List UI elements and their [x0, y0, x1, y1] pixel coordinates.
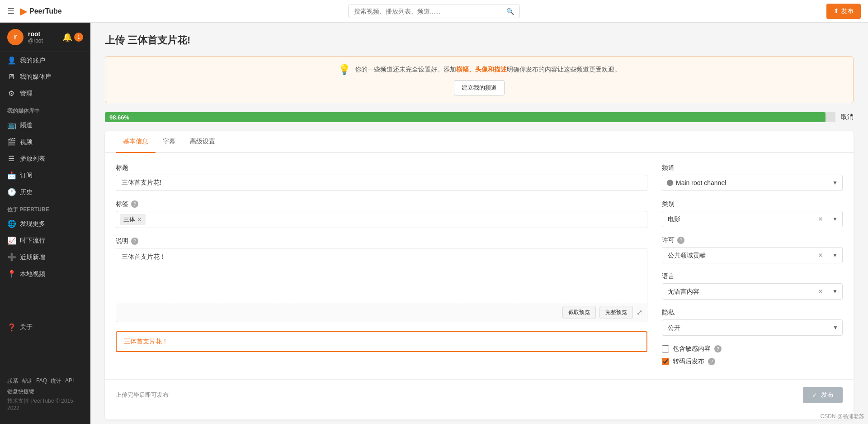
footer-link-contact[interactable]: 联系: [7, 377, 18, 385]
sidebar-user: r root @root 🔔 1: [0, 23, 90, 52]
sidebar-item-label: 时下流行: [20, 237, 45, 245]
main-layout: r root @root 🔔 1 👤 我的账户 🖥 我的媒体库 ⚙ 管理 我的媒…: [0, 23, 868, 424]
bottom-bar: 上传完毕后即可发布 ✓ 发布: [105, 379, 854, 410]
media-icon: 🖥: [7, 73, 15, 81]
desc-help-icon[interactable]: ?: [131, 238, 138, 245]
desc-group: 说明 ? 三体首支片花！ 截取预览 完整预览 ⤢: [116, 237, 647, 322]
license-clear-icon[interactable]: ✕: [813, 252, 828, 259]
desc-toolbar: 截取预览 完整预览 ⤢: [116, 303, 647, 322]
sensitive-help-icon[interactable]: ?: [714, 345, 722, 353]
local-icon: 📍: [7, 270, 15, 278]
sidebar-item-discover[interactable]: 🌐 发现更多: [0, 215, 90, 232]
category-select[interactable]: 电影: [662, 211, 813, 227]
footer-link-help[interactable]: 帮助: [22, 377, 33, 385]
sidebar-item-playlists[interactable]: ☰ 播放列表: [0, 150, 90, 167]
user-info: root @root: [28, 30, 43, 44]
subscriptions-icon: 📩: [7, 171, 15, 180]
footer-link-api[interactable]: API: [65, 377, 74, 385]
topnav-center: 🔍: [98, 5, 770, 18]
about-icon: ❓: [7, 323, 15, 332]
category-clear-icon[interactable]: ✕: [813, 215, 828, 223]
language-clear-icon[interactable]: ✕: [813, 288, 828, 295]
submit-publish-button[interactable]: ✓ 发布: [803, 387, 843, 403]
sidebar-item-channels[interactable]: 📺 频道: [0, 117, 90, 133]
tag-remove-icon[interactable]: ✕: [137, 216, 142, 223]
privacy-label: 隐私: [662, 309, 843, 317]
menu-icon[interactable]: ☰: [7, 6, 14, 16]
sidebar-item-about[interactable]: ❓ 关于: [0, 319, 90, 336]
search-input[interactable]: [354, 8, 506, 15]
channel-select[interactable]: Main root channel: [676, 175, 828, 191]
sidebar-item-subscriptions[interactable]: 📩 订阅: [0, 167, 90, 184]
my-media-header: 我的媒体库中: [0, 102, 90, 117]
license-select[interactable]: 公共领域贡献: [662, 248, 813, 263]
transcode-checkbox[interactable]: [662, 358, 669, 365]
title-group: 标题: [116, 164, 647, 191]
discover-icon: 🌐: [7, 219, 15, 228]
bottom-status-text: 上传完毕后即可发布: [116, 391, 169, 399]
sidebar-copyright: 技术支持 PeerTube © 2015-2022: [7, 397, 83, 411]
title-input[interactable]: [116, 175, 647, 191]
desc-label: 说明 ?: [116, 237, 647, 245]
sidebar-item-admin[interactable]: ⚙ 管理: [0, 85, 90, 102]
sidebar-item-videos[interactable]: 🎬 视频: [0, 133, 90, 150]
footer-link-stats[interactable]: 统计: [51, 377, 61, 385]
channel-select-container: Main root channel ▼: [662, 175, 843, 191]
recently-added-icon: ➕: [7, 253, 15, 262]
tag-text-input[interactable]: [148, 216, 643, 223]
build-channel-button[interactable]: 建立我的频道: [454, 80, 505, 95]
tab-subtitles[interactable]: 字幕: [156, 131, 183, 153]
transcode-help-icon[interactable]: ?: [708, 358, 715, 365]
desc-textarea[interactable]: 三体首支片花！: [116, 248, 647, 303]
sidebar-item-local[interactable]: 📍 本地视频: [0, 266, 90, 282]
bell-icon[interactable]: 🔔: [62, 32, 72, 42]
tab-basic-info[interactable]: 基本信息: [116, 131, 156, 153]
sidebar-item-media[interactable]: 🖥 我的媒体库: [0, 69, 90, 85]
sidebar-item-label: 订阅: [20, 172, 33, 180]
sidebar-item-label: 频道: [20, 121, 33, 129]
sidebar-item-history[interactable]: 🕐 历史: [0, 184, 90, 200]
sidebar-links: 联系 帮助 FAQ 统计 API: [7, 377, 83, 385]
topnav-right: ⬆ 发布: [770, 4, 861, 19]
tags-help-icon[interactable]: ?: [131, 200, 138, 208]
sensitive-label: 包含敏感内容: [673, 345, 711, 353]
crop-preview-button[interactable]: 截取预览: [562, 306, 596, 319]
sidebar-item-recently-added[interactable]: ➕ 近期新增: [0, 249, 90, 266]
peertube-header: 位于 PEERTUBE: [0, 200, 90, 215]
footer-link-faq[interactable]: FAQ: [36, 377, 47, 385]
tag-input-container[interactable]: 三体 ✕: [116, 211, 647, 228]
privacy-group: 隐私 公开 ▼: [662, 309, 843, 336]
tab-advanced[interactable]: 高级设置: [183, 131, 222, 153]
channel-dot-icon: [667, 180, 673, 186]
search-icon[interactable]: 🔍: [506, 8, 514, 15]
check-icon: ✓: [812, 391, 817, 399]
sidebar-item-account[interactable]: 👤 我的账户: [0, 52, 90, 69]
submit-label: 发布: [821, 391, 834, 399]
title-label: 标题: [116, 164, 647, 172]
logo: ▶ PeerTube: [20, 6, 62, 17]
sidebar-item-label: 我的账户: [20, 57, 45, 65]
channel-label: 频道: [662, 164, 843, 172]
history-icon: 🕐: [7, 188, 15, 196]
preview-area: 三体首支片花！: [116, 331, 647, 352]
license-help-icon[interactable]: ?: [677, 237, 684, 244]
tags-group: 标签 ? 三体 ✕: [116, 200, 647, 228]
cancel-button[interactable]: 取消: [841, 113, 854, 121]
full-preview-button[interactable]: 完整预览: [599, 306, 633, 319]
category-group: 类别 电影 ✕ ▼: [662, 200, 843, 227]
sidebar-item-trending[interactable]: 📈 时下流行: [0, 232, 90, 249]
tags-label: 标签 ?: [116, 200, 647, 208]
keyboard-shortcuts-link[interactable]: 键盘快捷键: [7, 388, 83, 395]
language-group: 语言 无语言内容 ✕ ▼: [662, 272, 843, 300]
form-card: 基本信息 字幕 高级设置 标题: [105, 131, 854, 419]
sensitive-checkbox[interactable]: [662, 345, 669, 353]
language-select[interactable]: 无语言内容: [662, 284, 813, 299]
page-title: 上传 三体首支片花!: [105, 33, 854, 47]
expand-icon[interactable]: ⤢: [637, 308, 642, 317]
publish-button[interactable]: ⬆ 发布: [826, 4, 861, 19]
warning-text: 你的一些频道还未完全设置好。添加横幅、头像和描述明确你发布的内容让这些频道更受欢…: [355, 66, 621, 74]
privacy-select[interactable]: 公开: [662, 319, 843, 336]
category-caret-icon: ▼: [828, 216, 842, 222]
form-right: 频道 Main root channel ▼ 类别: [662, 164, 843, 370]
username: root: [28, 30, 43, 38]
